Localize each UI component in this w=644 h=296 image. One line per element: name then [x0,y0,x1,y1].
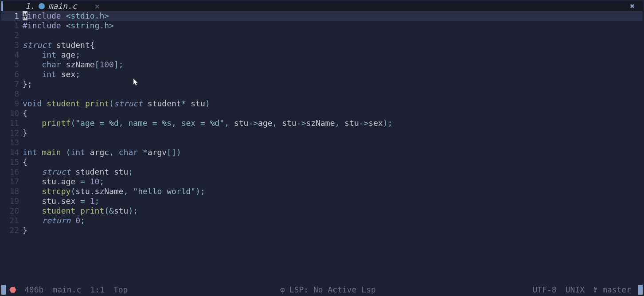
status-lsp: LSP: No Active Lsp [285,285,380,295]
code-line: 1 #include <stdio.h> [1,11,643,21]
code-line: 8 [1,89,643,99]
code-line: 10{ [1,109,643,118]
status-scroll: Top [109,285,133,295]
cursor: # [23,11,27,20]
octocat-icon: ⬣ [6,285,20,295]
code-line: 11 printf("age = %d, name = %s, sex = %d… [1,118,643,128]
status-fileformat: UNIX [561,285,589,295]
code-line: 13 [1,138,643,148]
code-editor[interactable]: 1 #include <stdio.h> 1#include <string.h… [1,11,643,285]
mode-indicator [1,285,6,295]
tab-filename: main.c [48,1,77,11]
status-git-branch: master [589,285,636,295]
git-branch-icon [593,287,600,293]
code-content: #include <stdio.h> [23,11,643,21]
status-bar: ⬣ 406b main.c 1:1 Top ⚙ LSP: No Active L… [1,285,643,295]
code-line: 5 char szName[100]; [1,60,643,70]
close-icon[interactable]: ✖ [628,1,636,11]
code-line: 21 return 0; [1,216,643,226]
code-line: 4 int age; [1,50,643,60]
code-line: 1#include <string.h> [1,21,643,31]
status-filesize: 406b [20,285,48,295]
code-line: 20 student_print(&stu); [1,206,643,216]
c-filetype-icon [39,3,45,9]
tab-index: 1. [25,1,35,11]
code-line: 3struct student{ [1,40,643,50]
tab-main-c[interactable]: 1. main.c ✕ [3,1,104,11]
code-line: 14int main (int argc, char *argv[]) [1,148,643,157]
tab-close-icon[interactable]: ✕ [95,1,100,11]
code-line: 19 stu.sex = 1; [1,196,643,206]
line-number: 1 [1,11,23,21]
status-right-marker [638,285,643,295]
status-cursor-pos: 1:1 [86,285,109,295]
code-line: 16 struct student stu; [1,167,643,177]
code-line: 22} [1,226,643,235]
tab-bar: 1. main.c ✕ ✖ [1,1,643,11]
code-line: 17 stu.age = 10; [1,177,643,187]
code-line: 12} [1,128,643,138]
code-line: 7}; [1,79,643,89]
branch-name: master [602,285,631,295]
status-filename: main.c [48,285,86,295]
code-line: 15{ [1,157,643,167]
code-line: 9void student_print(struct student* stu) [1,99,643,109]
code-line: 18 strcpy(stu.szName, "hello world"); [1,187,643,196]
code-line: 2 [1,31,643,40]
code-line: 6 int sex; [1,70,643,79]
gear-icon: ⚙ [280,285,285,295]
status-encoding: UTF-8 [528,285,561,295]
